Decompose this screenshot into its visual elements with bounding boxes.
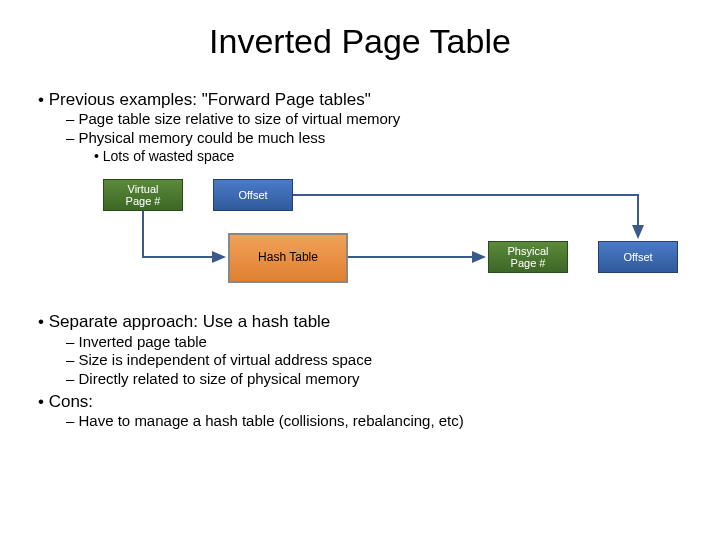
box-offset-in: Offset (213, 179, 293, 211)
bullet-physical-less: Physical memory could be much less Lots … (66, 129, 688, 165)
bullet-forward-tables: Previous examples: "Forward Page tables"… (38, 89, 688, 165)
bullet-separate-approach: Separate approach: Use a hash table Inve… (38, 311, 688, 389)
box-physical-page: Phsyical Page # (488, 241, 568, 273)
bullet-size-independent: Size is independent of virtual address s… (66, 351, 688, 370)
bullet-cons: Cons: Have to manage a hash table (colli… (38, 391, 688, 431)
bullet-wasted-space: Lots of wasted space (94, 148, 688, 166)
bullet-physical-related: Directly related to size of physical mem… (66, 370, 688, 389)
diagram-container: Virtual Page # Offset Hash Table Phsyica… (38, 171, 688, 301)
slide-title: Inverted Page Table (0, 22, 720, 61)
bullet-manage-hash: Have to manage a hash table (collisions,… (66, 412, 688, 431)
bullet-size-relative: Page table size relative to size of virt… (66, 110, 688, 129)
slide-body: Previous examples: "Forward Page tables"… (0, 89, 720, 431)
box-virtual-page: Virtual Page # (103, 179, 183, 211)
bullet-inverted: Inverted page table (66, 333, 688, 352)
box-hash-table: Hash Table (228, 233, 348, 283)
box-offset-out: Offset (598, 241, 678, 273)
